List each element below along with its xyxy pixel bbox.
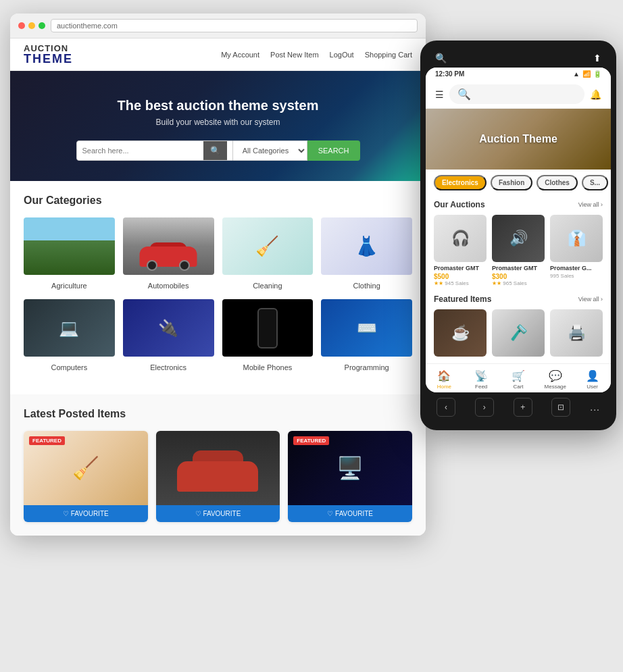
- favourite-btn-2[interactable]: ♡ FAVOURITE: [156, 505, 280, 522]
- nav-post-item[interactable]: Post New Item: [270, 51, 319, 59]
- category-electronics[interactable]: 🔌 Electronics: [123, 299, 214, 373]
- copy-button[interactable]: ⊡: [551, 398, 570, 417]
- site-header: AUCTION THEME My Account Post New Item L…: [10, 38, 426, 71]
- search-bar-icon: 🔍: [457, 88, 471, 101]
- tab-fashion[interactable]: Fashion: [491, 175, 532, 190]
- browser-bar: auctiontheme.com: [10, 14, 426, 38]
- mobile-tablet: 🔍 ⬆ 12:30 PM ▲ 📶 🔋 ☰ 🔍 🔔 Auction: [420, 41, 616, 430]
- nav-logout[interactable]: LogOut: [330, 51, 354, 59]
- price-current-1: $500: [434, 273, 449, 280]
- nav-home[interactable]: 🏠 Home: [426, 369, 463, 390]
- featured-card-1[interactable]: ☕: [434, 309, 487, 359]
- dot-red[interactable]: [18, 22, 25, 29]
- hamburger-icon[interactable]: ☰: [435, 89, 444, 100]
- search-input[interactable]: [82, 147, 203, 155]
- desktop-browser: auctiontheme.com AUCTION THEME My Accoun…: [10, 14, 426, 536]
- status-icons: ▲ 📶 🔋: [573, 70, 601, 78]
- message-label: Message: [545, 384, 566, 390]
- latest-item-1: FEATURED 🧹 ♡ FAVOURITE: [24, 431, 148, 522]
- add-button[interactable]: +: [514, 398, 532, 417]
- featured-scroll: ☕ 🪒 🖨️: [434, 309, 603, 359]
- dot-green[interactable]: [39, 22, 45, 29]
- computers-label: Computers: [51, 363, 87, 371]
- agriculture-image: [24, 217, 115, 275]
- latest-item-2: FEATURED ♡ FAVOURITE: [156, 431, 280, 522]
- featured-header: Featured Items View all ›: [434, 294, 603, 304]
- category-agriculture[interactable]: Agriculture: [24, 217, 115, 291]
- auctions-scroll: 🎧 Promaster GMT $500 ★★ 945 Sales 🔊 Prom…: [434, 215, 603, 286]
- auction-price-1: $500: [434, 273, 487, 280]
- stars-2: ★★: [492, 280, 501, 286]
- electronics-label: Electronics: [150, 363, 186, 371]
- latest-section: Latest Posted Items FEATURED 🧹 ♡ FAVOURI…: [10, 394, 426, 536]
- sales-2: 965 Sales: [503, 280, 527, 286]
- search-button[interactable]: SEARCH: [307, 140, 360, 161]
- tab-clothes[interactable]: Clothes: [537, 175, 578, 190]
- cart-label: Cart: [513, 384, 523, 390]
- razor-image: 🪒: [492, 309, 545, 357]
- nav-feed[interactable]: 📡 Feed: [463, 369, 500, 390]
- nav-cart[interactable]: 🛒 Cart: [500, 369, 537, 390]
- more-button[interactable]: ...: [590, 402, 600, 413]
- tablet-screen: 12:30 PM ▲ 📶 🔋 ☰ 🔍 🔔 Auction Theme: [426, 68, 611, 392]
- featured-badge-1: FEATURED: [29, 436, 65, 445]
- headphones-image: 🎧: [434, 215, 487, 262]
- sales-3: 995 Sales: [550, 273, 574, 279]
- browser-dots: [18, 22, 45, 29]
- tablet-hero: Auction Theme: [426, 109, 611, 170]
- featured-badge-3: FEATURED: [293, 436, 329, 445]
- category-automobiles[interactable]: Automobiles: [123, 217, 214, 291]
- latest-title: Latest Posted Items: [24, 408, 412, 420]
- categories-grid: Agriculture Automobiles 🧹 Cleaning 👗 Clo…: [24, 217, 412, 373]
- nav-cart[interactable]: Shopping Cart: [365, 51, 412, 59]
- bell-icon[interactable]: 🔔: [590, 89, 601, 100]
- stars-1: ★★: [434, 280, 443, 286]
- speaker-image: 🔊: [492, 215, 545, 262]
- categories-title: Our Categories: [24, 195, 412, 207]
- back-button[interactable]: ‹: [437, 398, 455, 417]
- featured-card-3[interactable]: 🖨️: [550, 309, 603, 359]
- category-cleaning[interactable]: 🧹 Cleaning: [222, 217, 314, 291]
- hero-subtitle: Build your website with our system: [24, 118, 412, 127]
- tablet-search-bar[interactable]: 🔍: [449, 84, 584, 104]
- automobiles-image: [123, 217, 214, 275]
- category-select[interactable]: All Categories: [233, 140, 307, 161]
- auction-name-3: Promaster G...: [550, 265, 603, 272]
- auction-card-3[interactable]: 👔 Promaster G... 995 Sales: [550, 215, 603, 286]
- auction-card-1[interactable]: 🎧 Promaster GMT $500 ★★ 945 Sales: [434, 215, 487, 286]
- featured-view-all[interactable]: View all ›: [578, 296, 603, 303]
- category-phones[interactable]: Mobile Phones: [222, 299, 314, 373]
- category-programming[interactable]: ⌨️ Programming: [321, 299, 412, 373]
- site-logo: AUCTION THEME: [24, 44, 73, 65]
- user-icon: 👤: [586, 369, 599, 382]
- category-computers[interactable]: 💻 Computers: [24, 299, 115, 373]
- cart-icon: 🛒: [512, 369, 525, 382]
- tab-more[interactable]: S...: [582, 175, 608, 190]
- hero-title: The best auction theme system: [24, 98, 412, 113]
- tablet-share-icon: ⬆: [593, 53, 601, 63]
- nav-message[interactable]: 💬 Message: [537, 369, 574, 390]
- featured-card-2[interactable]: 🪒: [492, 309, 545, 359]
- dot-yellow[interactable]: [28, 22, 35, 29]
- search-input-wrap: 🔍: [76, 140, 233, 161]
- favourite-btn-1[interactable]: ♡ FAVOURITE: [24, 505, 148, 522]
- auctions-view-all[interactable]: View all ›: [578, 201, 603, 208]
- latest-item-3: FEATURED 🖥️ ♡ FAVOURITE: [288, 431, 412, 522]
- categories-section: Our Categories Agriculture Automobiles 🧹…: [10, 181, 426, 394]
- car-image: [156, 431, 280, 505]
- price-current-2: $300: [492, 273, 507, 280]
- home-icon: 🏠: [437, 369, 451, 382]
- auction-card-2[interactable]: 🔊 Promaster GMT $300 ★★ 965 Sales: [492, 215, 545, 286]
- search-icon-button[interactable]: 🔍: [203, 141, 227, 160]
- tablet-search-input[interactable]: [475, 91, 576, 98]
- tab-electronics[interactable]: Electronics: [434, 175, 487, 190]
- nav-user[interactable]: 👤 User: [574, 369, 611, 390]
- favourite-btn-3[interactable]: ♡ FAVOURITE: [288, 505, 412, 522]
- category-clothing[interactable]: 👗 Clothing: [321, 217, 412, 291]
- clothing-label: Clothing: [353, 282, 380, 290]
- items-grid: FEATURED 🧹 ♡ FAVOURITE FEATURED ♡ FAVOUR…: [24, 431, 412, 522]
- programming-label: Programming: [345, 363, 389, 371]
- nav-my-account[interactable]: My Account: [221, 51, 259, 59]
- forward-button[interactable]: ›: [475, 398, 494, 417]
- message-icon: 💬: [549, 369, 562, 382]
